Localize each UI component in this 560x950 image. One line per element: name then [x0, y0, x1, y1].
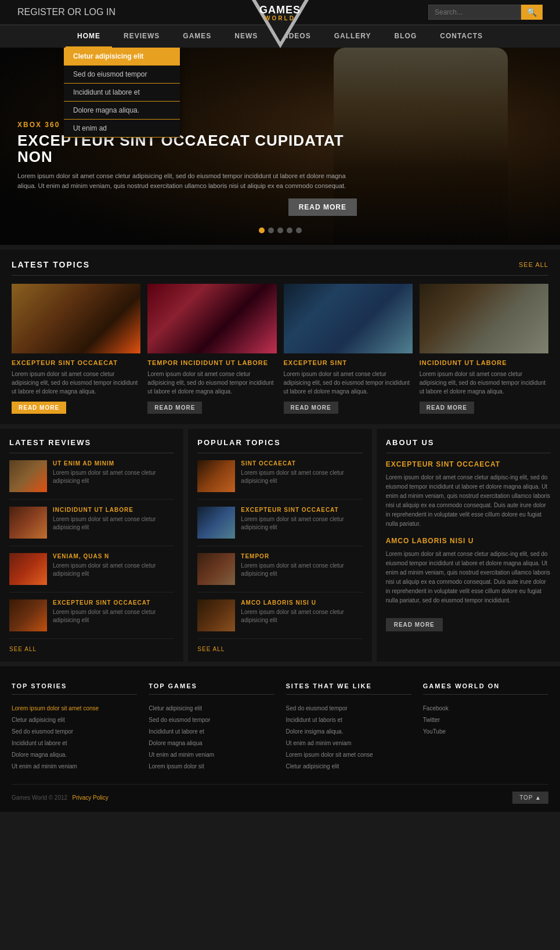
- footer-site-3[interactable]: Ut enim ad minim veniam: [286, 738, 411, 749]
- footer-story-3[interactable]: Incididunt ut labore et: [12, 738, 137, 749]
- topic-desc-1: Lorem ipsum dolor sit amet conse cletur …: [147, 370, 276, 396]
- register-link[interactable]: REGISTER: [17, 7, 65, 17]
- topic-card-2: EXCEPTEUR SINT Lorem ipsum dolor sit ame…: [284, 284, 413, 414]
- nav-gallery[interactable]: GALLERY: [323, 26, 383, 48]
- hero-dot-0[interactable]: [259, 227, 265, 233]
- topic-btn-2[interactable]: READ MORE: [284, 402, 338, 414]
- dropdown-item-4[interactable]: Ut enim ad: [64, 120, 180, 138]
- popular-topics-see-all[interactable]: SEE ALL: [197, 646, 362, 652]
- footer-game-0[interactable]: Cletur adipisicing elit: [149, 703, 274, 714]
- footer-site-2[interactable]: Dolore insigma aliqua.: [286, 726, 411, 738]
- latest-reviews-see-all[interactable]: SEE ALL: [9, 646, 174, 652]
- footer-top-games: TOP GAMES Cletur adipisicing elit Sed do…: [149, 682, 274, 772]
- hero-desc: Lorem ipsum dolor sit amet conse cletur …: [17, 171, 357, 190]
- latest-topics-section: LATEST TOPICS SEE ALL EXCEPTEUR SINT OCC…: [0, 250, 560, 424]
- hero-dot-3[interactable]: [287, 227, 292, 233]
- back-to-top-button[interactable]: TOP ▲: [512, 792, 548, 804]
- popular-item-desc-2: Lorem ipsum dolor sit amet conse cletur …: [241, 562, 362, 578]
- about-us-title: ABOUT US: [386, 438, 551, 453]
- logo-triangle: GAMES WORLD: [250, 0, 310, 48]
- topic-btn-1[interactable]: READ MORE: [147, 402, 202, 414]
- review-item-1: INCIDIDUNT UT LABORE Lorem ipsum dolor s…: [9, 507, 174, 546]
- footer-site-0[interactable]: Sed do eiusmod tempor: [286, 703, 411, 714]
- hero-dot-4[interactable]: [296, 227, 302, 233]
- topic-btn-3[interactable]: READ MORE: [420, 402, 474, 414]
- popular-item-title-0: SINT OCCAECAT: [241, 460, 362, 467]
- auth-separator: OR: [67, 7, 81, 17]
- nav-home[interactable]: HOME: [66, 26, 112, 48]
- latest-reviews-section: LATEST REVIEWS UT ENIM AD MINIM Lorem ip…: [0, 429, 183, 662]
- hero-section: Cletur adipisicing elit Sed do eiusmod t…: [0, 48, 560, 245]
- topic-card-3: INCIDIDUNT UT LABORE Lorem ipsum dolor s…: [420, 284, 548, 414]
- footer-sites-we-like: SITES THAT WE LIKE Sed do eiusmod tempor…: [286, 682, 411, 772]
- review-item-title-2: VENIAM, QUAS N: [53, 553, 174, 559]
- logo-label: GAMES WORLD: [257, 5, 304, 21]
- topic-card-1: TEMPOR INCIDIDUNT UT LABORE Lorem ipsum …: [147, 284, 276, 414]
- review-item-desc-3: Lorem ipsum dolor sit amet conse cletur …: [53, 608, 174, 624]
- search-button[interactable]: 🔍: [521, 5, 543, 20]
- footer-game-1[interactable]: Sed do eiusmod tempor: [149, 714, 274, 726]
- popular-item-title-2: TEMPOR: [241, 553, 362, 559]
- privacy-policy-link[interactable]: Privacy Policy: [72, 794, 108, 801]
- about-section1-desc: Lorem ipsum dolor sit amet conse cletur …: [386, 473, 551, 529]
- dropdown-item-0[interactable]: Cletur adipisicing elit: [64, 48, 180, 66]
- top-bar: REGISTER OR LOG IN GAMES WORLD 🔍: [0, 0, 560, 24]
- hero-pagination: [259, 227, 302, 233]
- topic-desc-0: Lorem ipsum dolor sit amet conse cletur …: [12, 370, 140, 396]
- search-bar: 🔍: [428, 5, 543, 20]
- dropdown-item-3[interactable]: Dolore magna aliqua.: [64, 102, 180, 120]
- footer-story-1[interactable]: Cletur adipisicing elit: [12, 714, 137, 726]
- popular-topics-section: POPULAR TOPICS SINT OCCAECAT Lorem ipsum…: [188, 429, 371, 662]
- footer-story-4[interactable]: Dolore magna aliqua.: [12, 749, 137, 761]
- popular-content-0: SINT OCCAECAT Lorem ipsum dolor sit amet…: [241, 460, 362, 492]
- nav-games[interactable]: GAMES: [171, 26, 223, 48]
- footer-site-1[interactable]: Incididunt ut laboris et: [286, 714, 411, 726]
- footer-story-2[interactable]: Sed do eiusmod tempor: [12, 726, 137, 738]
- topic-btn-0[interactable]: READ MORE: [12, 402, 66, 414]
- about-section1-title: EXCEPTEUR SINT OCCAECAT: [386, 460, 551, 468]
- about-read-more-button[interactable]: READ MORE: [386, 618, 443, 631]
- review-item-desc-0: Lorem ipsum dolor sit amet conse cletur …: [53, 469, 174, 485]
- nav-reviews[interactable]: REVIEWS: [112, 26, 171, 48]
- logo-games-text: GAMES: [257, 5, 304, 15]
- latest-topics-header: LATEST TOPICS SEE ALL: [12, 260, 548, 276]
- review-thumb-2: [9, 553, 47, 585]
- footer-story-5[interactable]: Ut enim ad minim veniam: [12, 761, 137, 772]
- footer-facebook[interactable]: Facebook: [423, 703, 548, 714]
- footer-story-0[interactable]: Lorem ipsum dolor sit amet conse: [12, 703, 137, 714]
- topic-title-0: EXCEPTEUR SINT OCCAECAT: [12, 359, 140, 366]
- footer-site-5[interactable]: Cletur adipisicing elit: [286, 761, 411, 772]
- hero-read-more-button[interactable]: READ MORE: [288, 198, 357, 216]
- footer-site-4[interactable]: Lorem ipsum dolor sit amet conse: [286, 749, 411, 761]
- review-item-0: UT ENIM AD MINIM Lorem ipsum dolor sit a…: [9, 460, 174, 500]
- search-input[interactable]: [428, 5, 521, 20]
- footer-game-2[interactable]: Incididunt ut labore et: [149, 726, 274, 738]
- footer-game-3[interactable]: Dolore magna aliqua: [149, 738, 274, 749]
- hero-dot-2[interactable]: [277, 227, 283, 233]
- dropdown-item-2[interactable]: Incididunt ut labore et: [64, 84, 180, 102]
- nav-contacts[interactable]: CONTACTS: [428, 26, 494, 48]
- review-thumb-3: [9, 599, 47, 631]
- dropdown-menu: Cletur adipisicing elit Sed do eiusmod t…: [64, 48, 180, 138]
- hero-dot-1[interactable]: [268, 227, 274, 233]
- topics-grid: EXCEPTEUR SINT OCCAECAT Lorem ipsum dolo…: [12, 284, 548, 414]
- footer-twitter[interactable]: Twitter: [423, 714, 548, 726]
- login-link[interactable]: LOG IN: [84, 7, 115, 17]
- hero-image: [334, 48, 508, 245]
- popular-thumb-1: [197, 507, 235, 539]
- review-content-3: EXCEPTEUR SINT OCCAECAT Lorem ipsum dolo…: [53, 599, 174, 631]
- footer-game-5[interactable]: Lorem ipsum dolor sit: [149, 761, 274, 772]
- topic-title-1: TEMPOR INCIDIDUNT UT LABORE: [147, 359, 276, 366]
- popular-item-title-3: AMCO LABORIS NISI U: [241, 599, 362, 606]
- latest-topics-see-all[interactable]: SEE ALL: [519, 261, 548, 268]
- footer-top-games-title: TOP GAMES: [149, 682, 274, 695]
- footer-youtube[interactable]: YouTube: [423, 726, 548, 738]
- popular-item-3: AMCO LABORIS NISI U Lorem ipsum dolor si…: [197, 599, 362, 639]
- review-item-title-1: INCIDIDUNT UT LABORE: [53, 507, 174, 513]
- review-item-desc-1: Lorem ipsum dolor sit amet conse cletur …: [53, 515, 174, 532]
- nav-blog[interactable]: BLOG: [383, 26, 429, 48]
- footer-game-4[interactable]: Ut enim ad minim veniam: [149, 749, 274, 761]
- dropdown-item-1[interactable]: Sed do eiusmod tempor: [64, 66, 180, 84]
- footer-sites-title: SITES THAT WE LIKE: [286, 682, 411, 695]
- footer-copyright: Games World © 2012 Privacy Policy: [12, 794, 109, 801]
